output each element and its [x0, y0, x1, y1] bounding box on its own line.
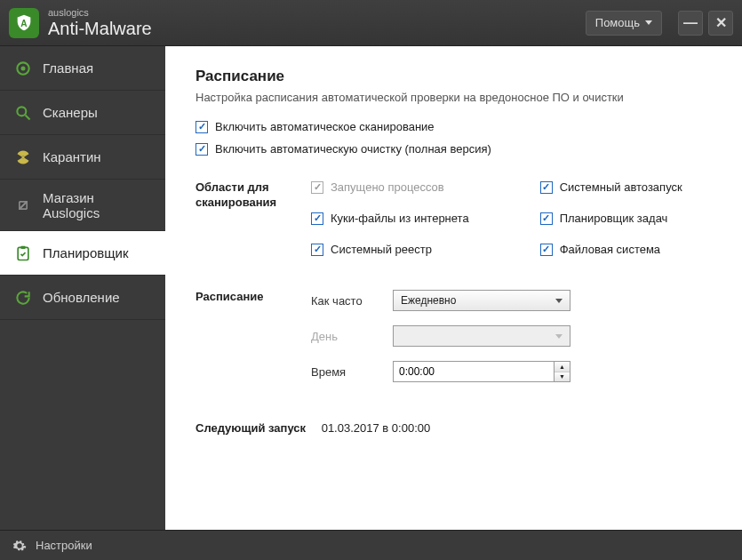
- svg-line-4: [26, 115, 30, 119]
- day-select: [393, 325, 570, 347]
- checkbox-processes: [311, 181, 323, 194]
- how-often-select[interactable]: Ежедневно: [393, 290, 570, 311]
- clipboard-icon: [14, 244, 32, 262]
- sidebar-item-home[interactable]: Главная: [0, 46, 165, 91]
- svg-rect-7: [21, 245, 26, 248]
- checkbox-label: Включить автоматическую очистку (полная …: [215, 142, 491, 156]
- gear-icon: [12, 539, 27, 553]
- sidebar-item-quarantine[interactable]: Карантин: [0, 135, 165, 180]
- sidebar-item-label: Карантин: [43, 149, 101, 164]
- chevron-down-icon: [555, 334, 562, 339]
- checkbox-autostart[interactable]: [540, 181, 553, 194]
- close-button[interactable]: ✕: [708, 11, 733, 36]
- radioactive-icon: [14, 148, 32, 166]
- checkbox-label: Планировщик задач: [560, 212, 668, 225]
- checkbox-label: Системный реестр: [331, 243, 432, 256]
- next-run-label: Следующий запуск: [195, 421, 306, 435]
- how-often-label: Как часто: [311, 294, 393, 308]
- time-label: Время: [311, 365, 393, 379]
- time-input[interactable]: [393, 361, 555, 382]
- svg-text:A: A: [20, 18, 28, 28]
- sidebar-item-label: Планировщик: [43, 245, 128, 260]
- help-label: Помощь: [595, 16, 640, 29]
- sidebar-item-scheduler[interactable]: Планировщик: [0, 231, 165, 276]
- day-label: День: [311, 330, 393, 343]
- page-subtitle: Настройка расписания автоматической пров…: [195, 91, 712, 104]
- chevron-down-icon: [645, 20, 652, 25]
- sidebar-item-label: Магазин Auslogics: [43, 190, 151, 220]
- main-panel: Расписание Настройка расписания автомати…: [165, 46, 742, 530]
- checkbox-registry[interactable]: [311, 244, 323, 256]
- sidebar-item-scanners[interactable]: Сканеры: [0, 91, 165, 135]
- minimize-button[interactable]: —: [678, 11, 703, 36]
- checkbox-filesystem[interactable]: [540, 244, 553, 256]
- sidebar-item-label: Главная: [43, 60, 93, 76]
- svg-point-3: [17, 107, 26, 116]
- shield-icon: A: [14, 13, 34, 33]
- app-logo: A: [9, 8, 39, 38]
- page-title: Расписание: [195, 68, 712, 85]
- sidebar-item-store[interactable]: Магазин Auslogics: [0, 180, 165, 231]
- checkbox-cookies[interactable]: [311, 212, 323, 225]
- svg-rect-6: [18, 247, 28, 260]
- schedule-heading: Расписание: [195, 290, 311, 396]
- next-run-row: Следующий запуск 01.03.2017 в 0:00:00: [195, 421, 712, 435]
- checkbox-tasksched[interactable]: [540, 212, 553, 225]
- sidebar-item-update[interactable]: Обновление: [0, 276, 165, 320]
- next-run-value: 01.03.2017 в 0:00:00: [322, 421, 431, 435]
- settings-link[interactable]: Настройки: [36, 539, 92, 552]
- refresh-icon: [14, 289, 32, 307]
- titlebar: A auslogics Anti-Malware Помощь — ✕: [0, 0, 742, 46]
- time-up-button[interactable]: ▲: [555, 362, 570, 372]
- checkbox-label: Запущено процессов: [331, 180, 444, 194]
- svg-point-5: [21, 156, 24, 158]
- checkbox-enable-clean[interactable]: [195, 143, 208, 156]
- checkbox-label: Куки-файлы из интернета: [331, 212, 469, 225]
- help-button[interactable]: Помощь: [586, 11, 662, 36]
- checkbox-label: Включить автоматическое сканирование: [215, 120, 435, 133]
- sidebar-item-label: Сканеры: [43, 105, 98, 120]
- checkbox-enable-scan[interactable]: [195, 121, 208, 133]
- sidebar: Главная Сканеры Карантин Магазин Auslogi…: [0, 46, 165, 530]
- arrows-icon: [14, 196, 32, 214]
- select-value: Ежедневно: [401, 294, 456, 307]
- checkbox-label: Системный автозапуск: [560, 180, 682, 194]
- checkbox-label: Файловая система: [560, 243, 660, 256]
- time-down-button[interactable]: ▼: [555, 372, 570, 382]
- search-icon: [14, 104, 32, 122]
- scan-areas-heading: Области для сканирования: [195, 180, 311, 265]
- sidebar-item-label: Обновление: [43, 290, 120, 305]
- footer: Настройки: [0, 530, 742, 560]
- brand-small: auslogics: [48, 7, 152, 18]
- target-icon: [14, 60, 32, 77]
- chevron-down-icon: [555, 299, 562, 303]
- svg-point-2: [21, 66, 26, 70]
- brand-big: Anti-Malware: [48, 19, 152, 38]
